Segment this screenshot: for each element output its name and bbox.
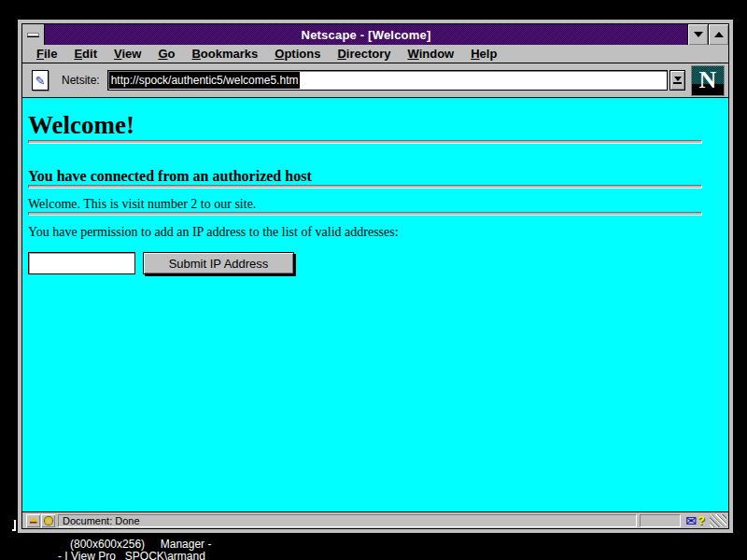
status-text: Document: Done — [58, 514, 637, 527]
netscape-logo[interactable]: N — [691, 65, 725, 96]
cursor-artifact — [14, 520, 16, 531]
desktop: Netscape - [Welcome] FileEditViewGoBookm… — [0, 0, 747, 560]
authorized-host-heading: You have connected from an authorized ho… — [28, 168, 728, 185]
broken-key-ring-icon — [45, 517, 52, 525]
url-input[interactable]: http://spock/authentic5/welcome5.htm — [107, 70, 668, 91]
location-toolbar: ✎ Netsite: http://spock/authentic5/welco… — [22, 63, 728, 98]
menu-item-help[interactable]: Help — [462, 46, 505, 62]
netsite-label: Netsite: — [62, 74, 100, 87]
ip-address-input[interactable] — [28, 252, 135, 274]
window-title: Netscape - [Welcome] — [45, 24, 687, 45]
dropdown-arrow-icon — [674, 77, 682, 81]
progress-meter — [640, 514, 681, 527]
menu-item-bookmarks[interactable]: Bookmarks — [183, 46, 266, 62]
netscape-window: Netscape - [Welcome] FileEditViewGoBookm… — [17, 19, 734, 534]
url-selected-text: http://spock/authentic5/welcome5.htm — [109, 72, 301, 89]
maximize-button[interactable] — [708, 24, 728, 45]
browser-viewport: Welcome! You have connected from an auth… — [22, 98, 728, 511]
dropdown-bar-icon — [673, 82, 682, 84]
control-menu-button[interactable] — [22, 24, 45, 45]
security-key-icon — [26, 514, 55, 527]
ip-form: Submit IP Address — [28, 252, 728, 274]
location-page-icon: ✎ — [32, 70, 49, 91]
visit-count-text: Welcome. This is visit number 2 to our s… — [28, 197, 728, 212]
menu-bar: FileEditViewGoBookmarksOptionsDirectoryW… — [22, 45, 728, 63]
maximize-icon — [714, 32, 724, 37]
minimize-button[interactable] — [687, 24, 708, 45]
menu-item-go[interactable]: Go — [149, 46, 183, 62]
control-menu-icon — [27, 33, 39, 36]
mail-envelope-icon: ✉ — [685, 514, 697, 527]
menu-item-options[interactable]: Options — [266, 46, 329, 62]
minimize-icon — [694, 32, 703, 37]
horizontal-rule — [28, 140, 702, 144]
menu-item-directory[interactable]: Directory — [329, 46, 399, 62]
url-dropdown-button[interactable] — [669, 70, 685, 91]
mail-question-icon: ? — [698, 513, 705, 527]
mail-button[interactable]: ✉ ? — [684, 513, 707, 527]
horizontal-rule — [28, 185, 702, 189]
menu-item-edit[interactable]: Edit — [65, 46, 106, 62]
menu-item-window[interactable]: Window — [400, 46, 463, 62]
netscape-logo-letter: N — [699, 68, 717, 92]
resize-grip[interactable] — [710, 514, 726, 527]
horizontal-rule — [28, 212, 702, 216]
capture-caption-line1: (800x600x256) Manager - — [70, 538, 211, 551]
status-bar: Document: Done ✉ ? — [22, 511, 728, 528]
capture-caption-line2: - I View Pro SPOCK\armand — [58, 550, 205, 560]
title-bar: Netscape - [Welcome] — [22, 24, 728, 45]
broken-key-blade-icon — [30, 518, 37, 524]
submit-ip-button[interactable]: Submit IP Address — [143, 252, 294, 274]
menu-item-view[interactable]: View — [106, 46, 149, 62]
menu-item-file[interactable]: File — [28, 46, 65, 62]
page-title: Welcome! — [28, 111, 728, 140]
permission-text: You have permission to add an IP address… — [28, 225, 728, 240]
